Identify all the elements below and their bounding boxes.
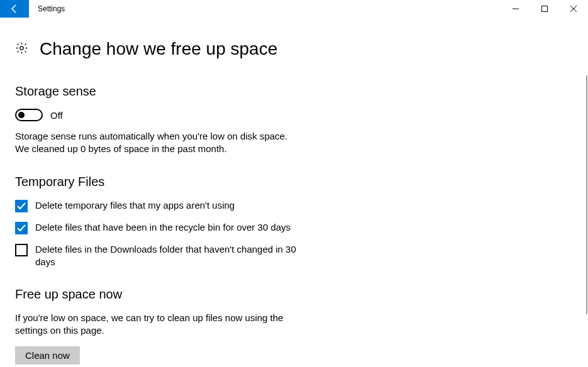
storage-sense-toggle-row: Off (15, 109, 387, 121)
storage-sense-toggle[interactable] (15, 109, 43, 121)
page-header: Change how we free up space (15, 39, 387, 59)
section-free-up-title: Free up space now (15, 287, 387, 302)
temp-files-checkbox-2[interactable] (15, 222, 28, 234)
gear-icon (15, 41, 28, 57)
section-storage-sense-title: Storage sense (15, 84, 387, 99)
close-icon (570, 6, 577, 12)
check-icon (17, 224, 26, 232)
titlebar: Settings (0, 0, 588, 18)
storage-sense-desc-line1: Storage sense runs automatically when yo… (15, 130, 311, 143)
maximize-icon (541, 6, 548, 12)
temp-files-checkbox-1[interactable] (15, 200, 28, 212)
section-temp-files-title: Temporary Files (15, 175, 387, 189)
window-title: Settings (29, 0, 74, 18)
temp-files-label-2: Delete files that have been in the recyc… (35, 221, 291, 234)
content: Change how we free up space Storage sens… (0, 18, 402, 367)
storage-sense-desc-line2: We cleaned up 0 bytes of space in the pa… (15, 143, 311, 155)
scrollbar-indicator[interactable] (586, 75, 587, 314)
minimize-icon (513, 6, 519, 12)
close-button[interactable] (559, 0, 588, 18)
check-icon (17, 202, 26, 210)
window-controls (501, 0, 588, 18)
clean-now-button[interactable]: Clean now (15, 346, 80, 364)
maximize-button[interactable] (530, 0, 559, 18)
temp-files-option-1: Delete temporary files that my apps aren… (15, 199, 317, 212)
arrow-left-icon (9, 4, 19, 14)
temp-files-checkbox-3[interactable] (15, 244, 28, 256)
temp-files-label-1: Delete temporary files that my apps aren… (35, 199, 235, 212)
svg-rect-1 (542, 6, 548, 12)
storage-sense-toggle-label: Off (50, 110, 63, 121)
temp-files-option-2: Delete files that have been in the recyc… (15, 221, 317, 234)
page-title: Change how we free up space (40, 39, 277, 59)
minimize-button[interactable] (501, 0, 530, 18)
svg-point-4 (20, 46, 23, 49)
temp-files-label-3: Delete files in the Downloads folder tha… (35, 243, 317, 269)
temp-files-option-3: Delete files in the Downloads folder tha… (15, 243, 317, 269)
titlebar-drag-region (74, 0, 501, 18)
back-button[interactable] (0, 0, 29, 18)
free-up-desc: If you're low on space, we can try to cl… (15, 312, 311, 337)
content-scroll[interactable]: Change how we free up space Storage sens… (0, 18, 588, 367)
